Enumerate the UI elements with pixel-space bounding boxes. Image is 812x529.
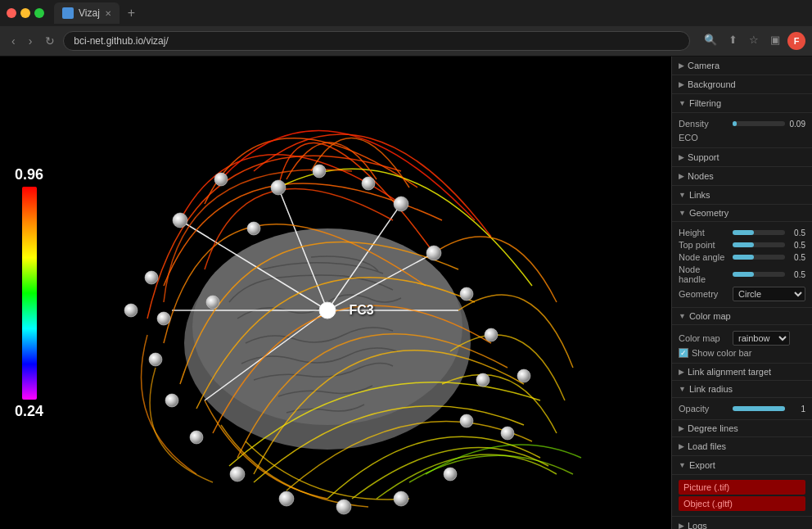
linkradius-subsection[interactable]: ▼ Link radius: [672, 381, 812, 398]
svg-point-26: [319, 302, 336, 319]
nodeangle-slider-track[interactable]: [733, 255, 785, 260]
geometry-content: Height 0.5 Top point 0.5: [672, 222, 812, 308]
new-tab-button[interactable]: +: [123, 6, 140, 20]
reload-button[interactable]: ↻: [40, 33, 60, 49]
linkradius-arrow: ▼: [679, 385, 686, 393]
brain-cortex: [192, 228, 462, 425]
export-arrow: ▼: [679, 461, 686, 469]
height-label: Height: [679, 228, 729, 237]
showcolorbar-label: Show color bar: [692, 348, 751, 358]
traffic-lights: [7, 8, 44, 18]
camera-section[interactable]: ▶ Camera: [672, 57, 812, 75]
height-slider-container: 0.5: [733, 228, 805, 237]
density-slider-container: 0.09: [733, 120, 805, 129]
svg-point-9: [149, 353, 162, 366]
opacity-label: Opacity: [679, 404, 729, 414]
loadfiles-label: Load files: [688, 441, 726, 451]
linkalignment-subsection[interactable]: ▶ Link alignment target: [672, 364, 812, 381]
back-button[interactable]: ‹: [7, 33, 20, 49]
scale-top-value: 0.96: [15, 166, 43, 183]
svg-point-22: [206, 296, 219, 309]
nodehandle-label: Node handle: [679, 264, 729, 284]
maximize-window-button[interactable]: [34, 8, 44, 18]
svg-point-16: [230, 467, 245, 482]
density-label: Density: [679, 119, 729, 129]
svg-point-12: [460, 287, 473, 301]
colormap-content: Color map rainbow viridis plasma jet ✓ S…: [672, 325, 812, 364]
toppoint-value: 0.5: [787, 241, 805, 250]
picture-export-button[interactable]: Picture (.tif): [679, 480, 805, 495]
brain-visualization: [0, 57, 671, 529]
camera-label: Camera: [688, 61, 720, 70]
nodes-section[interactable]: ▶ Nodes: [672, 167, 812, 186]
svg-point-23: [517, 369, 530, 382]
geometry-subsection[interactable]: ▼ Geometry: [672, 205, 812, 222]
minimize-window-button[interactable]: [20, 8, 30, 18]
svg-point-24: [501, 427, 514, 440]
address-bar[interactable]: bci-net.github.io/vizaj/: [63, 31, 690, 51]
logs-section[interactable]: ▶ Logs: [672, 517, 812, 529]
links-section[interactable]: ▼ Links: [672, 186, 812, 205]
support-section[interactable]: ▶ Support: [672, 148, 812, 167]
svg-point-4: [362, 177, 375, 190]
linkradius-label: Link radius: [689, 384, 733, 394]
showcolorbar-checkbox[interactable]: ✓: [679, 348, 688, 358]
url-text: bci-net.github.io/vizaj/: [74, 35, 168, 47]
object-export-button[interactable]: Object (.gltf): [679, 496, 805, 511]
active-tab[interactable]: Vizaj ✕: [54, 2, 120, 24]
density-slider-track[interactable]: [733, 121, 785, 126]
opacity-content: Opacity 1: [672, 398, 812, 420]
forward-button[interactable]: ›: [24, 33, 38, 49]
user-avatar[interactable]: F: [787, 32, 805, 50]
nodeangle-slider-fill: [733, 255, 754, 260]
support-label: Support: [688, 152, 720, 162]
height-slider-track[interactable]: [733, 230, 785, 235]
showcolorbar-row: ✓ Show color bar: [679, 348, 805, 358]
loadfiles-section[interactable]: ▶ Load files: [672, 437, 812, 456]
links-label: Links: [689, 190, 710, 200]
close-window-button[interactable]: [7, 8, 16, 18]
svg-point-0: [173, 213, 187, 228]
geometry-arrow: ▼: [679, 209, 686, 217]
svg-point-15: [460, 414, 473, 427]
colormap-select[interactable]: rainbow viridis plasma jet: [733, 331, 790, 346]
linkalignment-label: Link alignment target: [688, 367, 771, 377]
node-label: FC3: [349, 303, 373, 318]
svg-point-11: [190, 431, 203, 444]
links-arrow: ▼: [679, 191, 686, 199]
degreelines-subsection[interactable]: ▶ Degree lines: [672, 420, 812, 437]
export-label: Export: [689, 460, 715, 470]
search-icon[interactable]: 🔍: [700, 32, 721, 50]
tab-close-button[interactable]: ✕: [105, 9, 111, 18]
share-icon[interactable]: ⬆: [724, 32, 742, 50]
export-section[interactable]: ▼ Export: [672, 456, 812, 475]
background-arrow: ▶: [679, 80, 684, 88]
opacity-slider-container: 1: [733, 405, 805, 414]
density-control: Density 0.09: [679, 119, 805, 129]
height-control: Height 0.5: [679, 228, 805, 237]
nodehandle-slider-track[interactable]: [733, 272, 785, 277]
nodeangle-slider-container: 0.5: [733, 253, 805, 262]
colormap-subsection[interactable]: ▼ Color map: [672, 308, 812, 325]
toppoint-slider-container: 0.5: [733, 241, 805, 250]
geometry-select[interactable]: Line Arc Circle Tube: [733, 287, 805, 301]
bookmark-icon[interactable]: ☆: [745, 32, 763, 50]
svg-point-1: [214, 173, 228, 186]
height-value: 0.5: [787, 228, 805, 237]
filtering-arrow: ▼: [679, 99, 686, 107]
viz-area[interactable]: 0.96 0.24: [0, 57, 671, 529]
linkalignment-arrow: ▶: [679, 368, 684, 376]
nav-icons: 🔍 ⬆ ☆ ▣ F: [700, 32, 805, 50]
nodeangle-value: 0.5: [787, 253, 805, 262]
toppoint-slider-track[interactable]: [733, 242, 785, 247]
color-scale: 0.96 0.24: [15, 166, 43, 420]
geometry-type-control: Geometry Line Arc Circle Tube: [679, 287, 805, 301]
filtering-section[interactable]: ▼ Filtering: [672, 94, 812, 113]
opacity-slider-track[interactable]: [733, 406, 785, 411]
toppoint-control: Top point 0.5: [679, 240, 805, 250]
geometry-type-label: Geometry: [679, 289, 729, 299]
background-section[interactable]: ▶ Background: [672, 75, 812, 94]
svg-point-17: [279, 491, 294, 506]
tab-overview-icon[interactable]: ▣: [766, 32, 784, 50]
opacity-slider-fill: [733, 406, 785, 411]
